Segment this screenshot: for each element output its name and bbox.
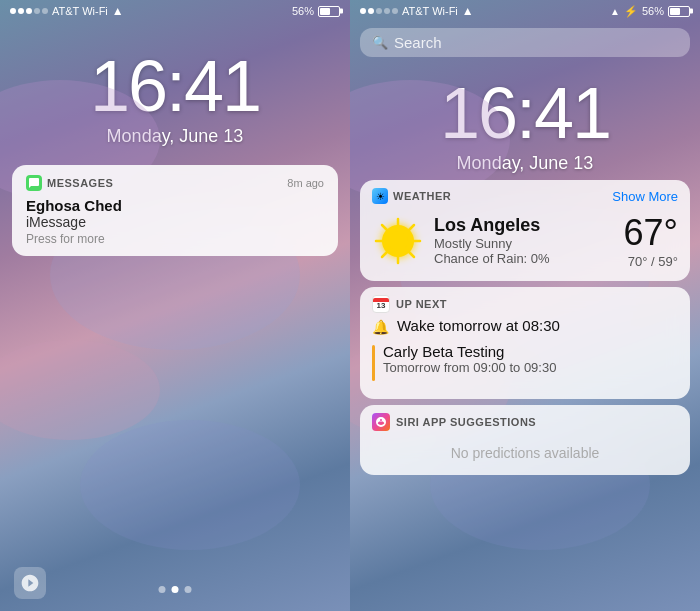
upnext-event-time: Tomorrow from 09:00 to 09:30 [383, 360, 556, 375]
location-icon: ▲ [610, 6, 620, 17]
page-dot-3 [185, 586, 192, 593]
svg-line-5 [382, 225, 388, 231]
show-more-button[interactable]: Show More [612, 189, 678, 204]
battery-percent: 56% [292, 5, 314, 17]
battery-fill [320, 8, 330, 15]
upnext-items: 🔔 Wake tomorrow at 08:30 Carly Beta Test… [360, 317, 690, 399]
status-bar-right: AT&T Wi-Fi ▲ ▲ ⚡ 56% [350, 0, 700, 20]
svg-line-8 [382, 251, 388, 257]
status-left-right: AT&T Wi-Fi ▲ [360, 4, 474, 18]
time-block-right: 16:41 Monday, June 13 [350, 77, 700, 174]
battery-tip-right [690, 9, 693, 14]
signal-dot-r1 [360, 8, 366, 14]
bell-icon: 🔔 [372, 319, 389, 335]
status-left: AT&T Wi-Fi ▲ [10, 4, 124, 18]
notif-time: 8m ago [287, 177, 324, 189]
sun-icon [372, 215, 424, 267]
upnext-event-item: Carly Beta Testing Tomorrow from 09:00 t… [372, 343, 678, 381]
upnext-event-text: Carly Beta Testing Tomorrow from 09:00 t… [383, 343, 556, 375]
time-display-left: 16:41 [0, 50, 350, 122]
signal-dot-4 [34, 8, 40, 14]
battery-fill-right [670, 8, 680, 15]
signal-dot-5 [42, 8, 48, 14]
bottom-left-app-icon [14, 567, 46, 599]
upnext-event-title: Carly Beta Testing [383, 343, 556, 360]
wifi-icon: ▲ [112, 4, 124, 18]
carrier-label-right: AT&T Wi-Fi [402, 5, 458, 17]
battery-tip [340, 9, 343, 14]
page-dots [159, 586, 192, 593]
weather-temp-range: 70° / 59° [624, 254, 678, 269]
upnext-title: UP NEXT [396, 298, 447, 310]
upnext-alarm-text: Wake tomorrow at 08:30 [397, 317, 560, 334]
signal-dot-r5 [392, 8, 398, 14]
search-icon: 🔍 [372, 35, 388, 50]
calendar-icon: 13 [372, 295, 390, 313]
notif-app-info: MESSAGES [26, 175, 113, 191]
weather-app-name: WEATHER [393, 190, 451, 202]
signal-dot-1 [10, 8, 16, 14]
weather-app-icon: ☀ [372, 188, 388, 204]
weather-temp-main: 67° [624, 212, 678, 254]
weather-city: Los Angeles [434, 215, 614, 236]
left-phone: AT&T Wi-Fi ▲ 56% 16:41 Monday, June 13 M… [0, 0, 350, 611]
upnext-alarm-main: Wake tomorrow at 08:30 [397, 317, 560, 334]
messages-app-icon [26, 175, 42, 191]
notif-action: Press for more [26, 232, 324, 246]
signal-dots-right [360, 8, 398, 14]
weather-temp-block: 67° 70° / 59° [624, 212, 678, 269]
wifi-icon-right: ▲ [462, 4, 474, 18]
svg-line-7 [408, 225, 414, 231]
upnext-alarm-item: 🔔 Wake tomorrow at 08:30 [372, 317, 678, 335]
signal-dot-r4 [384, 8, 390, 14]
siri-widget: SIRI APP SUGGESTIONS No predictions avai… [360, 405, 690, 475]
battery-icon [318, 6, 340, 17]
search-placeholder: Search [394, 34, 442, 51]
search-bar[interactable]: 🔍 Search [360, 28, 690, 57]
time-block-left: 16:41 Monday, June 13 [0, 50, 350, 147]
battery-percent-right: 56% [642, 5, 664, 17]
event-accent-bar [372, 345, 375, 381]
siri-title: SIRI APP SUGGESTIONS [396, 416, 536, 428]
signal-dots [10, 8, 48, 14]
bluetooth-icon: ⚡ [624, 5, 638, 18]
weather-app-info: ☀ WEATHER [372, 188, 451, 204]
weather-header: ☀ WEATHER Show More [360, 180, 690, 204]
svg-line-6 [408, 251, 414, 257]
notif-header: MESSAGES 8m ago [26, 175, 324, 191]
weather-description: Mostly Sunny [434, 236, 614, 251]
time-display-right: 16:41 [350, 77, 700, 149]
date-display-left: Monday, June 13 [0, 126, 350, 147]
date-display-right: Monday, June 13 [350, 153, 700, 174]
weather-info: Los Angeles Mostly Sunny Chance of Rain:… [434, 215, 614, 266]
weather-body: Los Angeles Mostly Sunny Chance of Rain:… [360, 204, 690, 281]
signal-dot-3 [26, 8, 32, 14]
signal-dot-2 [18, 8, 24, 14]
status-right: 56% [292, 5, 340, 17]
notif-sender: Eghosa Ched [26, 197, 324, 214]
right-phone: AT&T Wi-Fi ▲ ▲ ⚡ 56% 🔍 Search 16:41 Mond… [350, 0, 700, 611]
calendar-date-num: 13 [377, 302, 386, 310]
status-right-right: ▲ ⚡ 56% [610, 5, 690, 18]
battery-icon-right [668, 6, 690, 17]
notif-subtitle: iMessage [26, 214, 324, 230]
messages-notification-card[interactable]: MESSAGES 8m ago Eghosa Ched iMessage Pre… [12, 165, 338, 256]
siri-no-predictions: No predictions available [360, 435, 690, 475]
page-dot-2 [172, 586, 179, 593]
upnext-widget: 13 UP NEXT 🔔 Wake tomorrow at 08:30 Carl… [360, 287, 690, 399]
page-dot-1 [159, 586, 166, 593]
carrier-label: AT&T Wi-Fi [52, 5, 108, 17]
notif-app-name: MESSAGES [47, 177, 113, 189]
siri-header: SIRI APP SUGGESTIONS [360, 405, 690, 435]
upnext-header: 13 UP NEXT [360, 287, 690, 317]
weather-widget: ☀ WEATHER Show More [360, 180, 690, 281]
status-bar-left: AT&T Wi-Fi ▲ 56% [0, 0, 350, 20]
weather-rain: Chance of Rain: 0% [434, 251, 614, 266]
svg-point-0 [388, 231, 408, 251]
signal-dot-r2 [368, 8, 374, 14]
signal-dot-r3 [376, 8, 382, 14]
siri-icon [372, 413, 390, 431]
